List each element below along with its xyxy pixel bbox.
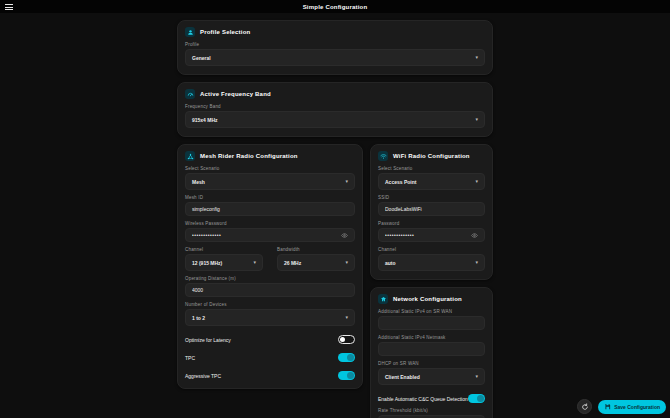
tpc-toggle[interactable] [338, 353, 355, 362]
mesh-network-icon [185, 151, 195, 161]
eye-icon[interactable] [341, 232, 348, 239]
page-title: Simple Configuration [303, 4, 368, 10]
frequency-band-value: 915x4 MHz [192, 117, 218, 123]
wifi-icon [378, 151, 388, 161]
mesh-id-input[interactable] [192, 206, 348, 212]
dhcp-label: DHCP on SR WAN [378, 361, 485, 366]
save-configuration-button[interactable]: Save Configuration [598, 400, 666, 414]
channel-value: 12 (915 MHz) [192, 260, 222, 266]
dhcp-value: Client Enabled [385, 374, 420, 380]
save-configuration-label: Save Configuration [614, 404, 660, 410]
wifi-card: WiFi Radio Configuration Select Scenario… [370, 144, 493, 280]
chevron-down-icon: ▾ [475, 55, 478, 60]
aggressive-tpc-toggle[interactable] [338, 371, 355, 380]
scenario-label: Select Scenario [185, 166, 355, 171]
wifi-channel-value: auto [385, 260, 396, 266]
rate-threshold-label: Rate Threshold (kbit/s) [378, 408, 485, 413]
network-card: Network Configuration Additional Static … [370, 287, 493, 418]
mesh-rider-card: Mesh Rider Radio Configuration Select Sc… [177, 144, 363, 389]
frequency-icon [185, 89, 195, 99]
dhcp-select[interactable]: Client Enabled ▾ [378, 368, 485, 385]
app-bar: Simple Configuration [0, 0, 670, 13]
bandwidth-value: 26 MHz [284, 260, 301, 266]
card-title: Network Configuration [393, 296, 462, 302]
wifi-scenario-label: Select Scenario [378, 166, 485, 171]
profile-label: Profile [185, 42, 485, 47]
number-of-devices-select[interactable]: 1 to 2 ▾ [185, 309, 355, 326]
aggressive-tpc-label: Aggressive TPC [185, 373, 221, 379]
mesh-scenario-select[interactable]: Mesh ▾ [185, 173, 355, 190]
static-ip-input[interactable] [385, 320, 478, 326]
eye-icon[interactable] [471, 232, 478, 239]
operating-distance-label: Operating Distance (m) [185, 276, 355, 281]
number-of-devices-value: 1 to 2 [192, 315, 205, 321]
chevron-down-icon: ▾ [475, 179, 478, 184]
chevron-down-icon: ▾ [253, 260, 256, 265]
chevron-down-icon: ▾ [345, 179, 348, 184]
profile-icon [185, 27, 195, 37]
wifi-channel-label: Channel [378, 247, 485, 252]
profile-select-value: General [192, 55, 211, 61]
chevron-down-icon: ▾ [475, 117, 478, 122]
frequency-band-card: Active Frequency Band Frequency Band 915… [177, 82, 493, 137]
frequency-band-select[interactable]: 915x4 MHz ▾ [185, 111, 485, 128]
netmask-label: Additional Static IPv4 Netmask [378, 335, 485, 340]
mesh-id-label: Mesh ID [185, 195, 355, 200]
card-title: Profile Selection [200, 29, 250, 35]
wifi-password-input[interactable] [385, 232, 471, 238]
wireless-password-label: Wireless Password [185, 221, 355, 226]
wifi-channel-select[interactable]: auto ▾ [378, 254, 485, 271]
optimize-latency-label: Optimize for Latency [185, 337, 231, 343]
wifi-scenario-select[interactable]: Access Point ▾ [378, 173, 485, 190]
chevron-down-icon: ▾ [345, 315, 348, 320]
menu-icon[interactable] [5, 4, 13, 10]
number-of-devices-label: Number of Devices [185, 302, 355, 307]
card-title: Mesh Rider Radio Configuration [200, 153, 298, 159]
wifi-scenario-value: Access Point [385, 179, 416, 185]
operating-distance-input[interactable] [192, 287, 348, 293]
ssid-label: SSID [378, 195, 485, 200]
optimize-latency-toggle[interactable] [338, 335, 355, 344]
card-title: WiFi Radio Configuration [393, 153, 470, 159]
cc-queue-label: Enable Automatic C&C Queue Detection [378, 396, 468, 402]
channel-label: Channel [185, 247, 263, 252]
wireless-password-input[interactable] [192, 232, 341, 238]
ssid-input[interactable] [385, 206, 478, 212]
cc-queue-toggle[interactable] [468, 394, 485, 403]
bandwidth-select[interactable]: 26 MHz ▾ [277, 254, 355, 271]
chevron-down-icon: ▾ [475, 374, 478, 379]
refresh-button[interactable] [577, 399, 592, 414]
card-title: Active Frequency Band [200, 91, 271, 97]
profile-select[interactable]: General ▾ [185, 49, 485, 66]
profile-selection-card: Profile Selection Profile General ▾ [177, 20, 493, 75]
save-icon [604, 403, 611, 410]
wifi-password-label: Password [378, 221, 485, 226]
network-icon [378, 294, 388, 304]
tpc-label: TPC [185, 355, 195, 361]
bandwidth-label: Bandwidth [277, 247, 355, 252]
static-ip-label: Additional Static IPv4 on SR WAN [378, 309, 485, 314]
chevron-down-icon: ▾ [475, 260, 478, 265]
netmask-input[interactable] [385, 346, 478, 352]
mesh-scenario-value: Mesh [192, 179, 205, 185]
frequency-band-label: Frequency Band [185, 104, 485, 109]
channel-select[interactable]: 12 (915 MHz) ▾ [185, 254, 263, 271]
chevron-down-icon: ▾ [345, 260, 348, 265]
